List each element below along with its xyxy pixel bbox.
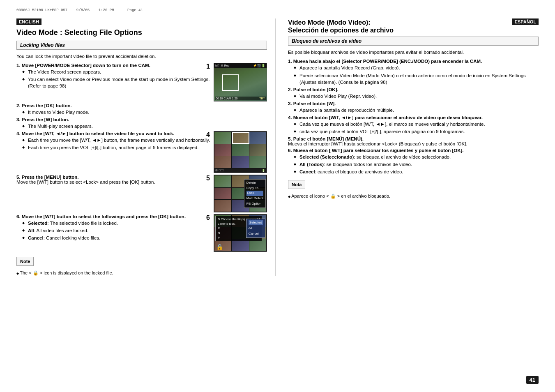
thumb3 — [249, 132, 266, 144]
step6-content: 6. Move the [W/T] button to select the f… — [16, 214, 210, 242]
es-step2-area: 2. Pulse el botón [OK]. Va al modo Video… — [288, 87, 539, 99]
es-step6-bullet-cancel: Cancel: cancela el bloqueo de archivos d… — [294, 168, 539, 175]
english-lang-badge: ENGLISH — [16, 18, 267, 27]
s5-thumb1 — [214, 175, 231, 187]
es-step6-bullet-all: All (Todos): se bloquean todos los archi… — [294, 161, 539, 168]
step1-area: 1. Move [POWER/MODE Selector] down to tu… — [16, 63, 267, 101]
lock-option-all: All — [249, 225, 263, 231]
thumb8 — [232, 156, 249, 168]
screenshot1-wrapper: 1 M디오 Rec ⚡📷🔋 00:10 01AM — [214, 63, 267, 101]
step5-content: 5. Press the [MENU] button. Move the [W/… — [16, 175, 210, 185]
step6-area: 6. Move the [W/T] button to select the f… — [16, 214, 267, 252]
es-step3-area: 3. Pulse el botón [W]. Aparece la pantal… — [288, 101, 539, 113]
step5-number: 5 — [206, 175, 210, 182]
step1-bullet2: You can select Video mode or Previous mo… — [22, 76, 210, 89]
menu-copyto: Copy To — [246, 186, 263, 191]
screenshot5-frame: Delete Copy To Lock Multi Select PB Opti… — [214, 175, 267, 212]
lock-option-cancel: Cancel — [249, 231, 263, 237]
thumb6 — [249, 144, 266, 156]
menu-lock: Lock — [246, 191, 263, 196]
es-step4-text: 4. Mueva el botón [W/T, ◄/►] para selecc… — [288, 115, 539, 120]
step4-bullet2: Each time you press the VOL [+]/[-] butt… — [22, 144, 210, 151]
screenshot1-top: M디오 Rec ⚡📷🔋 — [214, 63, 267, 68]
screenshot4-bottom: ⊞ □□□🔋 — [214, 168, 267, 173]
step6-bullet-selected: Selected: The selected video file is loc… — [22, 220, 210, 226]
step6-bullet-cancel: Cancel: Cancel locking video files. — [22, 235, 210, 241]
menu-overlay: Delete Copy To Lock Multi Select PB Opti… — [244, 179, 266, 208]
english-steps-text: 1. Move [POWER/MODE Selector] down to tu… — [16, 63, 267, 277]
lock-option-selected: Selected — [249, 220, 263, 226]
thumb9 — [249, 156, 266, 168]
step6-bullet-all: All: All video files are locked. — [22, 227, 210, 234]
thumb1 — [214, 132, 231, 144]
english-note-label: Note — [16, 257, 34, 266]
step2-bullets: It moves to Video Play mode. — [22, 109, 267, 115]
es-step2-bullet1: Va al modo Video Play (Repr. vídeo). — [294, 93, 539, 99]
es-step1-bullet2: Puede seleccionar Video Mode (Modo Vídeo… — [294, 72, 539, 85]
lock-options-box: Selected All Cancel — [246, 219, 265, 238]
step2-text: 2. Press the [OK] button. — [16, 103, 267, 108]
es-step5-text: 5. Pulse el botón [MENÚ] (MENÚ). Mueva e… — [288, 136, 539, 146]
screenshot1-image — [214, 68, 267, 101]
step4-bullets: Each time you move the [W/T, ◄►] button,… — [22, 137, 210, 151]
es-step3-bullets: Aparece la pantalla de reproducción múlt… — [294, 107, 539, 113]
es-step4-bullet2: cada vez que pulse el botón VOL [+]/[-],… — [294, 128, 539, 135]
es-step1-bullet1: Aparece la pantalla Video Record (Grab. … — [294, 65, 539, 71]
s5-thumb4 — [214, 188, 231, 200]
spanish-subsection: Bloqueo de archivos de vídeo — [288, 37, 539, 46]
screenshot4-image — [214, 131, 267, 168]
step3-area: 3. Press the [W] button. The Multi-play … — [16, 117, 267, 129]
spanish-column: Video Mode (Modo Vídeo): Selección de op… — [284, 18, 539, 276]
es-step1-bullets: Aparece la pantalla Video Record (Grab. … — [294, 65, 539, 85]
screenshot5-wrapper: 5 — [214, 175, 267, 212]
es-step3-bullet1: Aparece la pantalla de reproducción múlt… — [294, 107, 539, 113]
english-note-area: Note The < 🔒 > icon is displayed on the … — [16, 254, 267, 276]
screenshot5-image: Delete Copy To Lock Multi Select PB Opti… — [214, 175, 267, 212]
page-number-badge: 41 — [526, 376, 539, 384]
lock-icon: 🔒 — [216, 244, 223, 250]
step5-area: 5. Press the [MENU] button. Move the [W/… — [16, 175, 267, 212]
english-intro: You can lock the important video file to… — [16, 53, 267, 60]
step1-text: 1. Move [POWER/MODE Selector] down to tu… — [16, 63, 210, 68]
spanish-title-row: Video Mode (Modo Vídeo): Selección de op… — [288, 18, 539, 34]
spanish-title-line1: Video Mode (Modo Vídeo): — [288, 18, 394, 26]
page-container: 00906J M2100 UK+ESP-057 9/8/05 1:20 PM P… — [0, 0, 555, 392]
spanish-note-label: Nota — [288, 180, 305, 189]
step4-text: 4. Move the [W/T, ◄/►] button to select … — [16, 131, 210, 136]
thumb2 — [232, 132, 249, 144]
step3-text: 3. Press the [W] button. — [16, 117, 267, 122]
es-step4-bullet1: Cada vez que mueva el botón [W/T, ◄►], e… — [294, 121, 539, 127]
screenshot6-wrapper: 6 — [214, 214, 267, 252]
es-step6-text: 6. Mueva el botón [ W/T] para selecciona… — [288, 148, 539, 153]
spanish-title-block: Video Mode (Modo Vídeo): Selección de op… — [288, 18, 394, 34]
english-column: ENGLISH Video Mode : Selecting File Opti… — [16, 18, 276, 276]
es-step6-bullets: Selected (Seleccionado): se bloquea el a… — [294, 154, 539, 175]
thumb5 — [232, 144, 249, 156]
step4-content: 4. Move the [W/T, ◄/►] button to select … — [16, 131, 210, 152]
es-step1-area: 1. Mueva hacia abajo el [Selector POWER/… — [288, 59, 539, 85]
step1-content: 1. Move [POWER/MODE Selector] down to tu… — [16, 63, 210, 90]
screenshot4-frame: ⊞ □□□🔋 — [214, 131, 267, 173]
s5-thumb7 — [214, 200, 231, 212]
english-steps-area: 1. Move [POWER/MODE Selector] down to tu… — [16, 63, 267, 277]
es-step1-text: 1. Mueva hacia abajo el [Selector POWER/… — [288, 59, 539, 64]
es-step5-area: 5. Pulse el botón [MENÚ] (MENÚ). Mueva e… — [288, 136, 539, 146]
spanish-note-text: Aparece el icono < 🔒 > en el archivo blo… — [288, 193, 539, 199]
step6-bullets: Selected: The selected video file is loc… — [22, 220, 210, 241]
es-step6-bullet-selected: Selected (Seleccionado): se bloquea el a… — [294, 154, 539, 160]
screenshot6-frame: D Choose the file(s) you would L like to… — [214, 214, 267, 252]
main-content: ENGLISH Video Mode : Selecting File Opti… — [16, 18, 539, 276]
step6-text: 6. Move the [W/T] button to select the f… — [16, 214, 210, 219]
screenshot4-wrapper: 4 — [214, 131, 267, 173]
es-step6-area: 6. Mueva el botón [ W/T] para selecciona… — [288, 148, 539, 175]
menu-multiselect: Multi Select — [246, 196, 263, 201]
step3-bullet1: The Multi-play screen appears. — [22, 123, 267, 129]
es-step4-bullets: Cada vez que mueva el botón [W/T, ◄►], e… — [294, 121, 539, 135]
highlight-box — [222, 74, 239, 91]
es-step3-text: 3. Pulse el botón [W]. — [288, 101, 539, 106]
english-note-text: The < 🔒 > icon is displayed on the locke… — [16, 270, 267, 276]
es-step2-bullets: Va al modo Video Play (Repr. vídeo). — [294, 93, 539, 99]
screenshot1-frame: M디오 Rec ⚡📷🔋 00:10 01AM 1:20 TRY — [214, 63, 267, 101]
es-step2-text: 2. Pulse el botón [OK]. — [288, 87, 539, 92]
english-badge: ENGLISH — [16, 18, 41, 25]
